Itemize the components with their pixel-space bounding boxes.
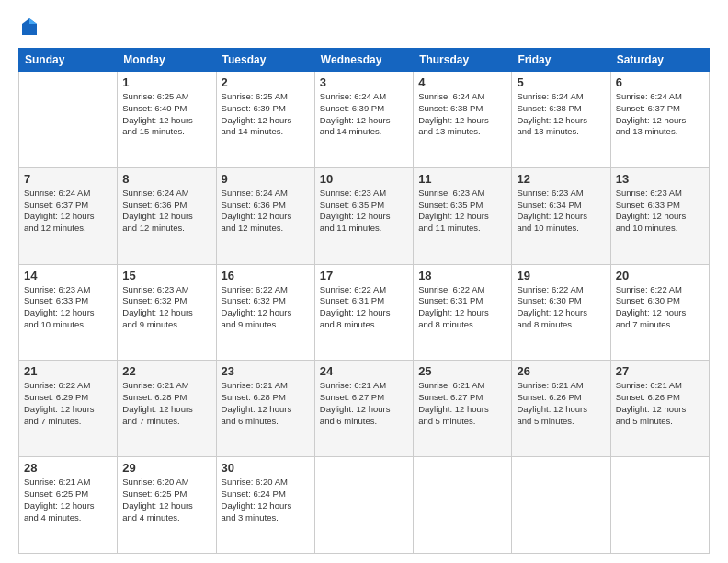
calendar-cell: 25Sunrise: 6:21 AM Sunset: 6:27 PM Dayli… [414,361,512,457]
weekday-header-saturday: Saturday [610,49,709,72]
weekday-header-tuesday: Tuesday [216,49,314,72]
day-info: Sunrise: 6:20 AM Sunset: 6:24 PM Dayligh… [222,477,310,523]
logo [18,17,40,40]
day-info: Sunrise: 6:23 AM Sunset: 6:32 PM Dayligh… [122,284,210,331]
day-info: Sunrise: 6:21 AM Sunset: 6:27 PM Dayligh… [320,380,408,427]
day-number: 10 [320,172,408,186]
calendar-cell: 27Sunrise: 6:21 AM Sunset: 6:26 PM Dayli… [610,361,709,457]
day-info: Sunrise: 6:22 AM Sunset: 6:29 PM Dayligh… [24,380,112,427]
week-row-5: 28Sunrise: 6:21 AM Sunset: 6:25 PM Dayli… [19,457,710,554]
calendar-cell: 11Sunrise: 6:23 AM Sunset: 6:35 PM Dayli… [414,167,512,264]
day-info: Sunrise: 6:21 AM Sunset: 6:26 PM Dayligh… [616,380,704,427]
day-info: Sunrise: 6:21 AM Sunset: 6:26 PM Dayligh… [517,380,605,427]
day-info: Sunrise: 6:23 AM Sunset: 6:33 PM Dayligh… [24,284,112,331]
weekday-header-monday: Monday [118,49,216,72]
day-info: Sunrise: 6:22 AM Sunset: 6:31 PM Dayligh… [320,284,408,331]
day-number: 15 [122,269,210,282]
day-number: 7 [24,172,112,186]
logo-icon [18,17,39,37]
calendar-cell: 15Sunrise: 6:23 AM Sunset: 6:32 PM Dayli… [118,264,216,361]
calendar: SundayMondayTuesdayWednesdayThursdayFrid… [18,48,710,554]
weekday-header-sunday: Sunday [19,49,118,72]
day-number: 21 [24,364,112,378]
day-number: 9 [222,172,310,186]
day-number: 25 [418,364,506,378]
day-number: 19 [517,269,605,282]
calendar-cell [512,457,610,554]
calendar-cell: 28Sunrise: 6:21 AM Sunset: 6:25 PM Dayli… [19,457,118,554]
day-number: 5 [517,75,605,89]
calendar-cell [414,457,512,554]
day-info: Sunrise: 6:22 AM Sunset: 6:30 PM Dayligh… [517,284,605,331]
day-number: 16 [222,269,310,282]
weekday-header-friday: Friday [512,49,610,72]
day-number: 28 [24,461,112,475]
calendar-cell: 14Sunrise: 6:23 AM Sunset: 6:33 PM Dayli… [19,264,118,361]
calendar-cell: 2Sunrise: 6:25 AM Sunset: 6:39 PM Daylig… [216,72,314,168]
weekday-header-wednesday: Wednesday [314,49,413,72]
calendar-cell: 29Sunrise: 6:20 AM Sunset: 6:25 PM Dayli… [118,457,216,554]
calendar-cell: 13Sunrise: 6:23 AM Sunset: 6:33 PM Dayli… [610,167,709,264]
day-number: 13 [616,172,704,186]
svg-marker-1 [29,18,37,24]
calendar-cell: 20Sunrise: 6:22 AM Sunset: 6:30 PM Dayli… [610,264,709,361]
day-info: Sunrise: 6:24 AM Sunset: 6:36 PM Dayligh… [122,188,210,235]
day-info: Sunrise: 6:24 AM Sunset: 6:36 PM Dayligh… [222,188,310,235]
page: SundayMondayTuesdayWednesdayThursdayFrid… [0,0,728,563]
day-number: 8 [122,172,210,186]
calendar-cell: 22Sunrise: 6:21 AM Sunset: 6:28 PM Dayli… [118,361,216,457]
day-number: 6 [616,75,704,89]
day-number: 30 [222,461,310,475]
calendar-cell [19,72,118,168]
calendar-cell: 6Sunrise: 6:24 AM Sunset: 6:37 PM Daylig… [610,72,709,168]
day-number: 1 [122,75,210,89]
day-info: Sunrise: 6:24 AM Sunset: 6:37 PM Dayligh… [24,188,112,235]
day-number: 12 [517,172,605,186]
calendar-cell: 10Sunrise: 6:23 AM Sunset: 6:35 PM Dayli… [314,167,413,264]
day-number: 11 [418,172,506,186]
day-info: Sunrise: 6:24 AM Sunset: 6:38 PM Dayligh… [517,91,605,138]
day-number: 26 [517,364,605,378]
day-number: 20 [616,269,704,282]
weekday-header-thursday: Thursday [414,49,512,72]
day-info: Sunrise: 6:22 AM Sunset: 6:30 PM Dayligh… [616,284,704,331]
week-row-2: 7Sunrise: 6:24 AM Sunset: 6:37 PM Daylig… [19,167,710,264]
day-number: 22 [122,364,210,378]
calendar-cell: 9Sunrise: 6:24 AM Sunset: 6:36 PM Daylig… [216,167,314,264]
day-info: Sunrise: 6:23 AM Sunset: 6:34 PM Dayligh… [517,188,605,235]
day-info: Sunrise: 6:24 AM Sunset: 6:38 PM Dayligh… [418,91,506,138]
calendar-cell: 5Sunrise: 6:24 AM Sunset: 6:38 PM Daylig… [512,72,610,168]
calendar-cell: 3Sunrise: 6:24 AM Sunset: 6:39 PM Daylig… [314,72,413,168]
calendar-cell: 12Sunrise: 6:23 AM Sunset: 6:34 PM Dayli… [512,167,610,264]
calendar-cell: 7Sunrise: 6:24 AM Sunset: 6:37 PM Daylig… [19,167,118,264]
day-info: Sunrise: 6:23 AM Sunset: 6:35 PM Dayligh… [418,188,506,235]
day-info: Sunrise: 6:23 AM Sunset: 6:35 PM Dayligh… [320,188,408,235]
day-number: 2 [222,75,310,89]
day-info: Sunrise: 6:24 AM Sunset: 6:39 PM Dayligh… [320,91,408,138]
calendar-cell: 19Sunrise: 6:22 AM Sunset: 6:30 PM Dayli… [512,264,610,361]
calendar-cell: 26Sunrise: 6:21 AM Sunset: 6:26 PM Dayli… [512,361,610,457]
calendar-cell [610,457,709,554]
calendar-cell: 8Sunrise: 6:24 AM Sunset: 6:36 PM Daylig… [118,167,216,264]
day-info: Sunrise: 6:21 AM Sunset: 6:25 PM Dayligh… [24,477,112,523]
calendar-cell [314,457,413,554]
week-row-3: 14Sunrise: 6:23 AM Sunset: 6:33 PM Dayli… [19,264,710,361]
day-number: 27 [616,364,704,378]
day-info: Sunrise: 6:20 AM Sunset: 6:25 PM Dayligh… [122,477,210,523]
calendar-cell: 24Sunrise: 6:21 AM Sunset: 6:27 PM Dayli… [314,361,413,457]
calendar-cell: 18Sunrise: 6:22 AM Sunset: 6:31 PM Dayli… [414,264,512,361]
day-number: 24 [320,364,408,378]
day-number: 29 [122,461,210,475]
day-number: 4 [418,75,506,89]
calendar-cell: 30Sunrise: 6:20 AM Sunset: 6:24 PM Dayli… [216,457,314,554]
day-number: 23 [222,364,310,378]
week-row-1: 1Sunrise: 6:25 AM Sunset: 6:40 PM Daylig… [19,72,710,168]
calendar-cell: 16Sunrise: 6:22 AM Sunset: 6:32 PM Dayli… [216,264,314,361]
calendar-cell: 17Sunrise: 6:22 AM Sunset: 6:31 PM Dayli… [314,264,413,361]
day-number: 3 [320,75,408,89]
weekday-header-row: SundayMondayTuesdayWednesdayThursdayFrid… [19,49,710,72]
calendar-cell: 21Sunrise: 6:22 AM Sunset: 6:29 PM Dayli… [19,361,118,457]
calendar-cell: 23Sunrise: 6:21 AM Sunset: 6:28 PM Dayli… [216,361,314,457]
day-info: Sunrise: 6:21 AM Sunset: 6:28 PM Dayligh… [222,380,310,427]
day-number: 14 [24,269,112,282]
